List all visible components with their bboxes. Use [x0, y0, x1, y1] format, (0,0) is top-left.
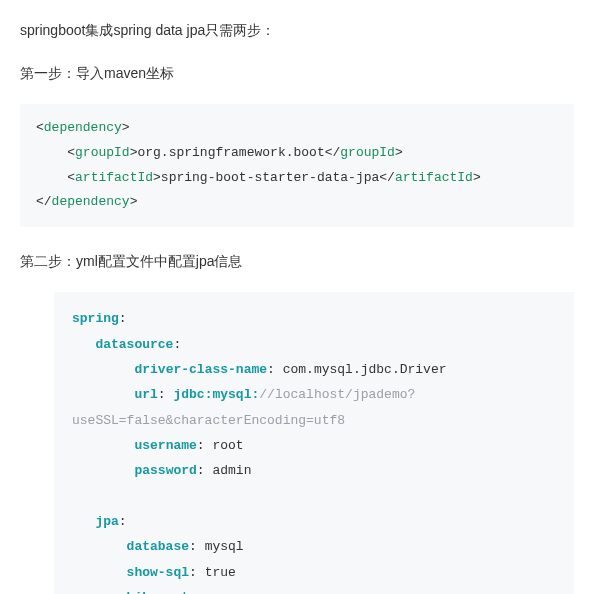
tag-artifactid-close: artifactId [395, 170, 473, 185]
tag-dependency-open: dependency [44, 120, 122, 135]
yml-driver-val: com.mysql.jdbc.Driver [283, 362, 447, 377]
yml-password-val: admin [212, 463, 251, 478]
step1-title: 第一步：导入maven坐标 [20, 61, 574, 86]
groupid-value: org.springframework.boot [137, 145, 324, 160]
yml-username-val: root [212, 438, 243, 453]
intro-text: springboot集成spring data jpa只需两步： [20, 18, 574, 43]
tag-artifactid-open: artifactId [75, 170, 153, 185]
yml-datasource: datasource [95, 337, 173, 352]
yml-database-key: database [127, 539, 189, 554]
tag-groupid-close: groupId [340, 145, 395, 160]
yml-url-rest: //localhost/jpademo? [259, 387, 415, 402]
artifactid-value: spring-boot-starter-data-jpa [161, 170, 379, 185]
yml-database-val: mysql [205, 539, 244, 554]
tag-groupid-open: groupId [75, 145, 130, 160]
yml-jpa: jpa [95, 514, 118, 529]
yml-url-key: url [134, 387, 157, 402]
yml-showsql-key: show-sql [127, 565, 189, 580]
yml-spring: spring [72, 311, 119, 326]
yml-showsql-val: true [205, 565, 236, 580]
yml-url-line2: useSSL=false&characterEncoding=utf8 [72, 413, 345, 428]
yml-username-key: username [134, 438, 196, 453]
yml-driver-key: driver-class-name [134, 362, 267, 377]
yml-code-block: spring: datasource: driver-class-name: c… [54, 292, 574, 594]
step2-title: 第二步：yml配置文件中配置jpa信息 [20, 249, 574, 274]
yml-password-key: password [134, 463, 196, 478]
yml-url-prefix: jdbc:mysql: [173, 387, 259, 402]
tag-dependency-close: dependency [52, 194, 130, 209]
maven-code-block: <dependency> <groupId>org.springframewor… [20, 104, 574, 227]
yml-hibernate: hibernate [127, 590, 197, 594]
